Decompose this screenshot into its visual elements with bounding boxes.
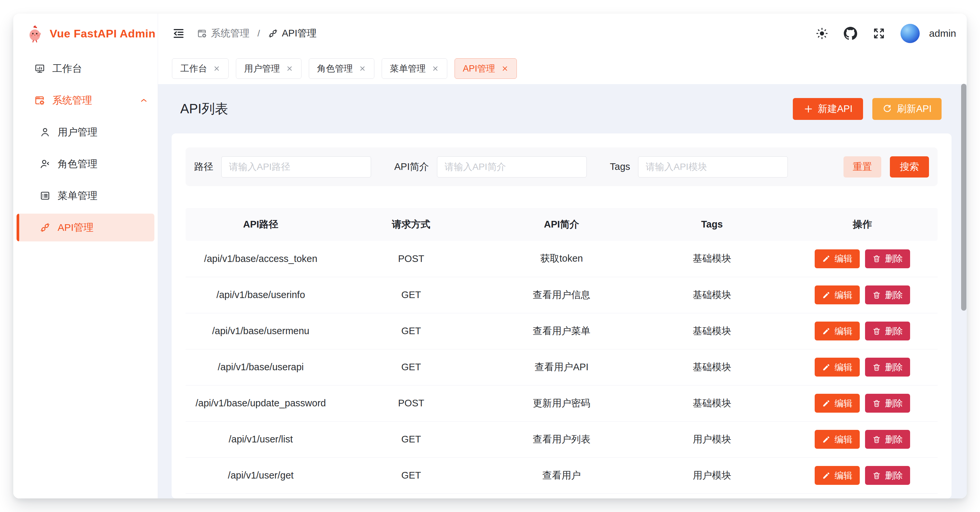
filter-tags: Tags xyxy=(610,156,788,178)
pencil-icon xyxy=(822,254,830,263)
delete-button[interactable]: 删除 xyxy=(865,466,910,485)
tags-input[interactable] xyxy=(638,156,788,178)
delete-button[interactable]: 删除 xyxy=(865,285,910,304)
column-header-path: API路径 xyxy=(186,208,336,241)
sidebar-item-users[interactable]: 用户管理 xyxy=(13,122,158,143)
page-content: API列表 新建API 刷新API xyxy=(158,84,967,498)
avatar[interactable] xyxy=(900,24,920,43)
page-actions: 新建API 刷新API xyxy=(793,98,952,120)
chevron-up-icon xyxy=(139,96,148,105)
menu-list-icon xyxy=(40,191,50,201)
sidebar-item-system[interactable]: 系统管理 xyxy=(13,90,158,111)
sidebar-item-label: 用户管理 xyxy=(58,126,97,139)
api-table: API路径 请求方式 API简介 Tags 操作 /api/v1/base/ac… xyxy=(186,208,938,494)
sidebar-item-api[interactable]: API管理 xyxy=(17,214,154,242)
pencil-icon xyxy=(822,363,830,372)
pencil-icon xyxy=(822,435,830,444)
search-button[interactable]: 搜索 xyxy=(890,156,929,178)
system-icon xyxy=(35,95,45,106)
table-row: /api/v1/base/access_token POST 获取token 基… xyxy=(186,241,938,277)
tab-bar: 工作台 用户管理 角色管理 菜单管理 API管理 xyxy=(158,53,967,84)
sidebar-item-label: 工作台 xyxy=(52,62,82,76)
trash-icon xyxy=(872,291,881,299)
delete-button[interactable]: 删除 xyxy=(865,358,910,377)
page-title-row: API列表 新建API 刷新API xyxy=(172,84,951,134)
main-area: 系统管理 / API管理 admin xyxy=(158,14,967,498)
close-icon[interactable] xyxy=(213,65,220,72)
close-icon[interactable] xyxy=(501,65,509,72)
sidebar-item-label: 角色管理 xyxy=(58,157,97,171)
trash-icon xyxy=(872,327,881,336)
active-indicator-bar xyxy=(17,214,19,242)
app-logo[interactable]: Vue FastAPI Admin xyxy=(13,14,158,53)
role-icon xyxy=(40,159,50,169)
breadcrumb-separator: / xyxy=(258,28,260,39)
sidebar-item-label: 系统管理 xyxy=(52,94,92,107)
filter-summary: API简介 xyxy=(394,156,587,178)
summary-input[interactable] xyxy=(437,156,587,178)
tab-api[interactable]: API管理 xyxy=(455,58,517,79)
reset-button[interactable]: 重置 xyxy=(843,156,881,178)
delete-button[interactable]: 删除 xyxy=(865,394,910,413)
page-title: API列表 xyxy=(180,100,228,118)
edit-button[interactable]: 编辑 xyxy=(815,321,860,340)
table-row: /api/v1/base/userinfo GET 查看用户信息 基础模块 编辑… xyxy=(186,277,938,313)
breadcrumb-item-api[interactable]: API管理 xyxy=(268,27,317,40)
edit-button[interactable]: 编辑 xyxy=(815,250,860,268)
edit-button[interactable]: 编辑 xyxy=(815,394,860,413)
desktop-background: Vue FastAPI Admin 工作台 系统管理 用户管理 xyxy=(0,0,980,512)
app-title: Vue FastAPI Admin xyxy=(50,27,156,40)
theme-toggle-sun-icon[interactable] xyxy=(815,27,829,40)
github-icon[interactable] xyxy=(843,27,858,40)
edit-button[interactable]: 编辑 xyxy=(815,430,860,449)
sidebar-item-roles[interactable]: 角色管理 xyxy=(13,153,158,175)
api-list-card: 路径 API简介 Tags 重置 搜索 xyxy=(172,134,951,498)
table-row: /api/v1/user/get GET 查看用户 用户模块 编辑 删除 xyxy=(186,457,938,493)
sidebar-item-workbench[interactable]: 工作台 xyxy=(13,58,158,79)
tab-menus[interactable]: 菜单管理 xyxy=(382,58,447,79)
sidebar-item-label: 菜单管理 xyxy=(58,189,97,203)
tab-roles[interactable]: 角色管理 xyxy=(309,58,374,79)
create-api-button[interactable]: 新建API xyxy=(793,98,863,120)
close-icon[interactable] xyxy=(359,65,366,72)
tab-users[interactable]: 用户管理 xyxy=(236,58,301,79)
delete-button[interactable]: 删除 xyxy=(865,430,910,449)
table-header-row: API路径 请求方式 API简介 Tags 操作 xyxy=(186,208,938,241)
delete-button[interactable]: 删除 xyxy=(865,321,910,340)
monitor-icon xyxy=(35,63,45,74)
fullscreen-icon[interactable] xyxy=(872,27,886,40)
path-input[interactable] xyxy=(221,156,371,178)
sidebar-item-menus[interactable]: 菜单管理 xyxy=(13,185,158,206)
collapse-sidebar-icon[interactable] xyxy=(172,27,185,40)
column-header-tags: Tags xyxy=(637,208,787,241)
top-header: 系统管理 / API管理 admin xyxy=(158,14,967,53)
close-icon[interactable] xyxy=(286,65,293,72)
edit-button[interactable]: 编辑 xyxy=(815,358,860,377)
table-row: /api/v1/base/userapi GET 查看用户API 基础模块 编辑… xyxy=(186,349,938,385)
pencil-icon xyxy=(822,291,830,299)
vertical-scrollbar[interactable] xyxy=(961,84,966,311)
column-header-method: 请求方式 xyxy=(336,208,486,241)
refresh-api-button[interactable]: 刷新API xyxy=(872,98,942,120)
table-row: /api/v1/base/usermenu GET 查看用户菜单 基础模块 编辑… xyxy=(186,313,938,349)
system-icon xyxy=(197,29,207,38)
column-header-actions: 操作 xyxy=(787,208,938,241)
table-row: /api/v1/base/update_password POST 更新用户密码… xyxy=(186,385,938,421)
app-window: Vue FastAPI Admin 工作台 系统管理 用户管理 xyxy=(13,14,967,498)
edit-button[interactable]: 编辑 xyxy=(815,466,860,485)
user-icon xyxy=(40,127,50,137)
delete-button[interactable]: 删除 xyxy=(865,250,910,268)
breadcrumb-item-system[interactable]: 系统管理 xyxy=(197,27,250,40)
sidebar-menu: 工作台 系统管理 用户管理 角色管理 菜单管理 xyxy=(13,53,158,238)
sidebar: Vue FastAPI Admin 工作台 系统管理 用户管理 xyxy=(13,14,158,498)
trash-icon xyxy=(872,254,881,263)
tags-label: Tags xyxy=(610,161,630,172)
close-icon[interactable] xyxy=(432,65,439,72)
trash-icon xyxy=(872,399,881,408)
edit-button[interactable]: 编辑 xyxy=(815,285,860,304)
chick-logo-icon xyxy=(25,24,45,43)
pencil-icon xyxy=(822,327,830,336)
sidebar-item-label: API管理 xyxy=(58,221,94,234)
filter-path: 路径 xyxy=(194,156,371,178)
tab-workbench[interactable]: 工作台 xyxy=(172,58,229,79)
